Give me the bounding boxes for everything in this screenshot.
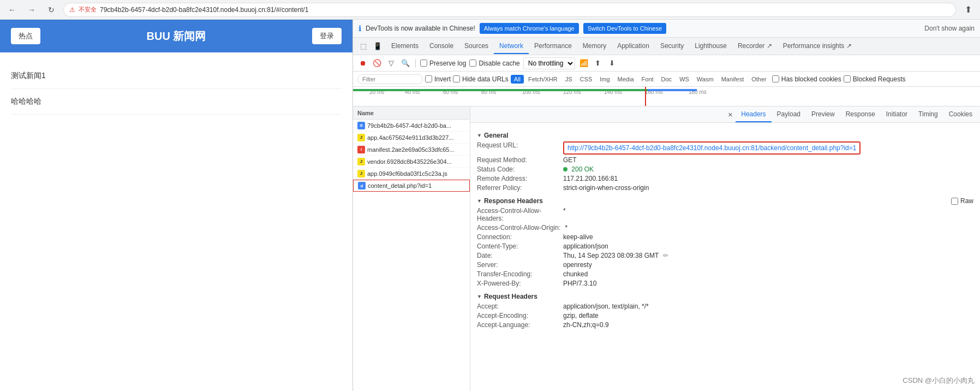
forward-button[interactable]: → [24, 2, 39, 17]
tab-response[interactable]: Response [840, 107, 881, 122]
details-tabs: × Headers Payload Preview Response Initi… [470, 106, 980, 123]
clear-button[interactable]: 🚫 [372, 58, 383, 69]
back-button[interactable]: ← [4, 2, 20, 17]
hotspot-button[interactable]: 热点 [11, 28, 40, 44]
list-item[interactable]: J vendor.6928dc8b435226e304... [353, 156, 470, 168]
tab-performance-insights[interactable]: Performance insights ↗ [778, 39, 857, 54]
timeline-ruler: 20 ms 40 ms 60 ms 80 ms 100 ms 120 ms 14… [353, 87, 980, 98]
insecure-label: 不安全 [79, 5, 97, 14]
filter-input[interactable] [357, 74, 423, 84]
info-icon: ℹ [358, 24, 361, 33]
tab-console[interactable]: Console [424, 39, 459, 54]
share-button[interactable]: ⬆ [960, 2, 976, 17]
login-button[interactable]: 登录 [312, 28, 342, 44]
list-item[interactable]: J app.0949cf6bda03f1c5c23a.js [353, 168, 470, 180]
resp-val-2: * [565, 224, 567, 232]
filter-tag-all[interactable]: All [511, 75, 524, 84]
list-item[interactable]: d 79cb4b2b-6457-4dcf-b2d0-ba... [353, 120, 470, 132]
req-key-1: Accept: [477, 303, 559, 310]
close-details-button[interactable]: × [725, 109, 736, 120]
filter-tag-js[interactable]: JS [562, 75, 576, 84]
has-blocked-checkbox[interactable] [772, 75, 779, 82]
filter-tag-img[interactable]: Img [596, 75, 613, 84]
tab-network[interactable]: Network [494, 39, 529, 54]
tab-headers[interactable]: Headers [736, 107, 771, 122]
raw-checkbox[interactable] [951, 198, 958, 205]
filter-tag-other[interactable]: Other [748, 75, 770, 84]
disable-cache-checkbox[interactable] [469, 60, 476, 67]
tab-memory[interactable]: Memory [577, 39, 612, 54]
blocked-requests-checkbox[interactable] [844, 75, 851, 82]
disable-cache-label[interactable]: Disable cache [469, 60, 519, 67]
site-header: 热点 BUU 新闻网 登录 [0, 20, 352, 52]
match-language-button[interactable]: Always match Chrome's language [480, 23, 579, 34]
filter-tag-media[interactable]: Media [614, 75, 637, 84]
preserve-log-checkbox[interactable] [420, 60, 427, 67]
dont-show-again-button[interactable]: Don't show again [924, 25, 975, 32]
edit-date-icon[interactable]: ✏ [663, 252, 668, 259]
tab-cookies[interactable]: Cookies [943, 107, 978, 122]
list-item[interactable]: i manifest.2ae2e69a05c33dfc65... [353, 144, 470, 156]
filter-tag-doc[interactable]: Doc [658, 75, 676, 84]
preserve-log-label[interactable]: Preserve log [420, 60, 466, 67]
device-icon[interactable]: 📱 [372, 40, 384, 52]
tab-security[interactable]: Security [655, 39, 689, 54]
raw-checkbox-label[interactable]: Raw [951, 197, 973, 205]
news-item-1[interactable]: 测试新闻1 [11, 63, 342, 89]
tab-performance[interactable]: Performance [529, 39, 577, 54]
tab-recorder[interactable]: Recorder ↗ [732, 39, 778, 54]
resp-val-4: application/json [563, 242, 608, 250]
invert-label[interactable]: Invert [425, 75, 451, 83]
hide-data-urls-checkbox[interactable] [453, 75, 460, 82]
filter-tag-font[interactable]: Font [638, 75, 657, 84]
disable-cache-text: Disable cache [479, 60, 519, 67]
switch-devtools-button[interactable]: Switch DevTools to Chinese [583, 23, 666, 34]
tab-preview[interactable]: Preview [806, 107, 840, 122]
record-button[interactable]: ⏺ [357, 58, 368, 69]
resp-key-3: Connection: [477, 233, 559, 241]
resp-val-6: openresty [563, 261, 592, 269]
filter-tag-fetchxhr[interactable]: Fetch/XHR [525, 75, 561, 84]
refresh-button[interactable]: ↻ [44, 2, 59, 17]
request-headers-section-title: Request Headers [477, 293, 973, 300]
status-code-label: Status Code: [477, 165, 559, 173]
address-bar[interactable]: ⚠ 不安全 79cb4b2b-6457-4dcf-b2d0-ba8fc2e431… [63, 3, 956, 17]
request-url-label: Request URL: [477, 141, 559, 155]
import-icon[interactable]: ⬆ [593, 58, 603, 69]
throttle-select[interactable]: No throttling [523, 57, 575, 69]
list-item-highlighted[interactable]: d content_detail.php?id=1 [353, 180, 470, 192]
url-text: 79cb4b2b-6457-4dcf-b2d0-ba8fc2e4310f.nod… [100, 6, 308, 14]
request-url-value[interactable]: http://79cb4b2b-6457-4dcf-b2d0-ba8fc2e43… [563, 141, 861, 155]
req-name-2: app.4ac675624e911d3d3b227... [367, 134, 453, 141]
timeline-green-bar [353, 89, 648, 91]
req-name-1: 79cb4b2b-6457-4dcf-b2d0-ba... [367, 122, 451, 129]
has-blocked-label[interactable]: Has blocked cookies [772, 75, 841, 83]
tab-application[interactable]: Application [612, 39, 655, 54]
blocked-requests-label[interactable]: Blocked Requests [844, 75, 906, 83]
filter-tag-manifest[interactable]: Manifest [718, 75, 748, 84]
list-item[interactable]: J app.4ac675624e911d3d3b227... [353, 132, 470, 144]
resp-val-1: * [563, 207, 566, 222]
tab-initiator[interactable]: Initiator [881, 107, 913, 122]
filter-button[interactable]: ▽ [386, 58, 397, 69]
filter-tag-ws[interactable]: WS [676, 75, 692, 84]
request-method-value: GET [563, 156, 577, 164]
req-val-1: application/json, text/plain, */* [563, 303, 649, 310]
tab-sources[interactable]: Sources [459, 39, 494, 54]
inspect-icon[interactable]: ⬚ [357, 40, 369, 52]
filter-tag-wasm[interactable]: Wasm [694, 75, 717, 84]
resp-key-4: Content-Type: [477, 242, 559, 250]
export-icon[interactable]: ⬇ [607, 58, 618, 69]
invert-checkbox[interactable] [425, 75, 432, 82]
tab-lighthouse[interactable]: Lighthouse [689, 39, 732, 54]
tab-elements[interactable]: Elements [386, 39, 424, 54]
resp-header-connection: Connection: keep-alive [477, 233, 973, 241]
hide-data-urls-label[interactable]: Hide data URLs [453, 75, 509, 83]
search-button[interactable]: 🔍 [400, 58, 411, 69]
watermark: CSDN @小白的小肉丸 [903, 376, 975, 386]
req-name-6: content_detail.php?id=1 [368, 182, 432, 189]
news-item-2[interactable]: 哈哈哈哈 [11, 89, 342, 115]
tab-payload[interactable]: Payload [772, 107, 806, 122]
filter-tag-css[interactable]: CSS [577, 75, 596, 84]
tab-timing[interactable]: Timing [913, 107, 943, 122]
